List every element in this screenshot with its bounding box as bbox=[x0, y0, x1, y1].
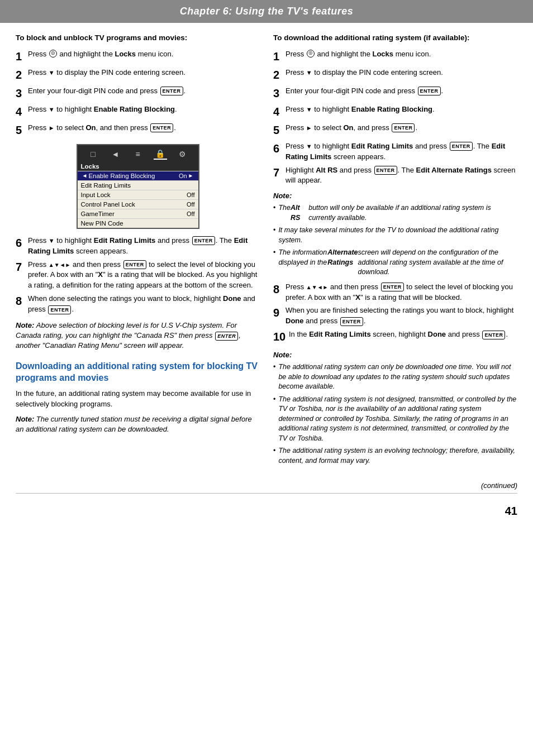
page: Chapter 6: Using the TV's features To bl… bbox=[0, 0, 533, 756]
step-number: 3 bbox=[16, 85, 28, 102]
step-item: 5 Press to select On, and then press ENT… bbox=[16, 123, 260, 138]
note-label: Note: bbox=[16, 321, 34, 329]
step-content: Press to select On, and then press ENTER… bbox=[28, 123, 260, 133]
step-content: Press and then press ENTER to select the… bbox=[28, 260, 260, 291]
arrows-all-icon bbox=[306, 283, 329, 291]
step-item: 3 Enter your four-digit PIN code and pre… bbox=[273, 86, 517, 102]
tv-menu-mockup: □ ◄ ≡ 🔒 ⚙ Locks ◄ Enable Rating Blocking… bbox=[77, 144, 199, 229]
tv-menu-row-gametimer: GameTimer Off bbox=[78, 209, 198, 219]
arrow-down-icon bbox=[49, 105, 55, 113]
enter-button-icon: ENTER bbox=[418, 87, 441, 95]
step-content: Press and then press ENTER to select the… bbox=[285, 282, 517, 303]
step-number: 4 bbox=[16, 104, 28, 120]
enter-button-icon: ENTER bbox=[192, 236, 215, 245]
note-text: The currently tuned station must be rece… bbox=[16, 415, 252, 433]
section1-title: To block and unblock TV programs and mov… bbox=[16, 33, 260, 44]
note-bullet-item: The additional rating system can only be… bbox=[273, 362, 517, 392]
step-item: 6 Press to highlight Edit Rating Limits … bbox=[16, 236, 260, 257]
steps-list-right-2: 8 Press and then press ENTER to select t… bbox=[273, 282, 517, 345]
step-number: 2 bbox=[16, 67, 28, 83]
step-number: 8 bbox=[273, 281, 285, 298]
chapter-title: Chapter 6: Using the TV's features bbox=[0, 6, 533, 17]
tv-menu-icon-bar: □ ◄ ≡ 🔒 ⚙ bbox=[78, 145, 198, 162]
enter-button-icon: ENTER bbox=[392, 123, 415, 132]
step-number: 1 bbox=[273, 49, 285, 65]
enter-button-icon: ENTER bbox=[215, 332, 238, 341]
arrow-down-icon bbox=[306, 142, 312, 150]
tv-menu-icon-picture: □ bbox=[87, 149, 100, 160]
step-number: 7 bbox=[16, 259, 28, 275]
note-bullet-item: The information displayed in the Alterna… bbox=[273, 248, 517, 277]
step-number: 4 bbox=[273, 104, 285, 120]
arrows-all-icon bbox=[49, 260, 71, 269]
step-item: 2 Press to display the PIN code entering… bbox=[273, 68, 517, 83]
left-arrow-icon: ◄ bbox=[82, 173, 88, 179]
step-number: 2 bbox=[273, 67, 285, 83]
step-number: 5 bbox=[16, 122, 28, 138]
step-content: Press to highlight Edit Rating Limits an… bbox=[28, 236, 260, 257]
big-section-title: Downloading an additional rating system … bbox=[16, 361, 260, 384]
step-item: 1 Press ☉ and highlight the Locks menu i… bbox=[16, 49, 260, 65]
step-item: 2 Press to display the PIN code entering… bbox=[16, 68, 260, 83]
row-value: Off bbox=[187, 210, 194, 217]
step-content: When you are finished selecting the rati… bbox=[285, 305, 517, 327]
step-item: 4 Press to highlight Enable Rating Block… bbox=[273, 104, 517, 120]
step-item: 3 Enter your four-digit PIN code and pre… bbox=[16, 86, 260, 102]
arrow-right-icon bbox=[49, 123, 55, 132]
step-item: 1 Press ☉ and highlight the Locks menu i… bbox=[273, 49, 517, 65]
step-number: 5 bbox=[273, 122, 285, 138]
step-item: 4 Press to highlight Enable Rating Block… bbox=[16, 104, 260, 120]
step-item: 9 When you are finished selecting the ra… bbox=[273, 305, 517, 327]
row-value: On bbox=[179, 173, 187, 179]
step-number: 9 bbox=[273, 305, 285, 321]
enter-button-icon: ENTER bbox=[482, 331, 505, 339]
step-item: 8 When done selecting the ratings you wa… bbox=[16, 294, 260, 315]
step-content: Press to select On, and press ENTER. bbox=[285, 123, 517, 133]
section2-title: To download the additional rating system… bbox=[273, 33, 517, 44]
step-content: Press to display the PIN code entering s… bbox=[28, 68, 260, 78]
arrow-down-icon bbox=[306, 105, 312, 113]
right-column: To download the additional rating system… bbox=[273, 33, 517, 470]
enter-button-icon: ENTER bbox=[150, 123, 173, 132]
steps-list-2: 6 Press to highlight Edit Rating Limits … bbox=[16, 236, 260, 315]
note-bullet-list-2: The additional rating system can only be… bbox=[273, 362, 517, 466]
page-divider bbox=[16, 493, 517, 494]
step-number: 6 bbox=[16, 235, 28, 251]
note-bullet-list: The Alt RS button will only be available… bbox=[273, 203, 517, 277]
tv-menu-icon-setup: ≡ bbox=[131, 149, 145, 160]
step-content: When done selecting the ratings you want… bbox=[28, 294, 260, 315]
step-content: Press ☉ and highlight the Locks menu ico… bbox=[285, 49, 517, 60]
row-label: Enable Rating Blocking bbox=[88, 173, 177, 179]
step-content: Press to highlight Enable Rating Blockin… bbox=[285, 104, 517, 115]
note-block-right-2: Note: The additional rating system can o… bbox=[273, 351, 517, 466]
step-content: Highlight Alt RS and press ENTER. The Ed… bbox=[285, 165, 517, 186]
step-item: 7 Highlight Alt RS and press ENTER. The … bbox=[273, 165, 517, 186]
step-number: 8 bbox=[16, 293, 28, 309]
tv-menu-row-enable-rating: ◄ Enable Rating Blocking On ► bbox=[78, 171, 198, 181]
step-item: 5 Press to select On, and press ENTER. bbox=[273, 123, 517, 138]
steps-list-right-1: 1 Press ☉ and highlight the Locks menu i… bbox=[273, 49, 517, 186]
row-label: New PIN Code bbox=[81, 220, 195, 227]
row-label: Locks bbox=[81, 163, 195, 170]
note-block-1: Note: Above selection of blocking level … bbox=[16, 320, 260, 351]
tv-menu-icon-sound: ◄ bbox=[109, 149, 122, 160]
page-header: Chapter 6: Using the TV's features bbox=[0, 0, 533, 23]
note-block-right-1: Note: The Alt RS button will only be ava… bbox=[273, 192, 517, 277]
step-number: 10 bbox=[273, 329, 289, 345]
main-content: To block and unblock TV programs and mov… bbox=[0, 33, 533, 481]
step-item: 6 Press to highlight Edit Rating Limits … bbox=[273, 141, 517, 162]
enter-button-icon: ENTER bbox=[340, 317, 363, 326]
note-bullet-item: The Alt RS button will only be available… bbox=[273, 203, 517, 223]
tv-menu-row-locks: Locks bbox=[78, 162, 198, 171]
step-content: Press to highlight Edit Rating Limits an… bbox=[285, 141, 517, 162]
step-number: 3 bbox=[273, 85, 285, 102]
tv-menu-row-control-panel: Control Panel Lock Off bbox=[78, 200, 198, 209]
note-bullet-item: The additional rating system is an evolv… bbox=[273, 446, 517, 466]
menu-icon: ☉ bbox=[307, 50, 315, 58]
note-bullet-item: It may take several minutes for the TV t… bbox=[273, 226, 517, 245]
intro-text: In the future, an additional rating syst… bbox=[16, 389, 260, 410]
arrow-down-icon bbox=[306, 68, 312, 76]
enter-button-icon: ENTER bbox=[374, 166, 397, 175]
row-label: Control Panel Lock bbox=[81, 201, 185, 208]
row-label: Edit Rating Limits bbox=[81, 182, 195, 189]
